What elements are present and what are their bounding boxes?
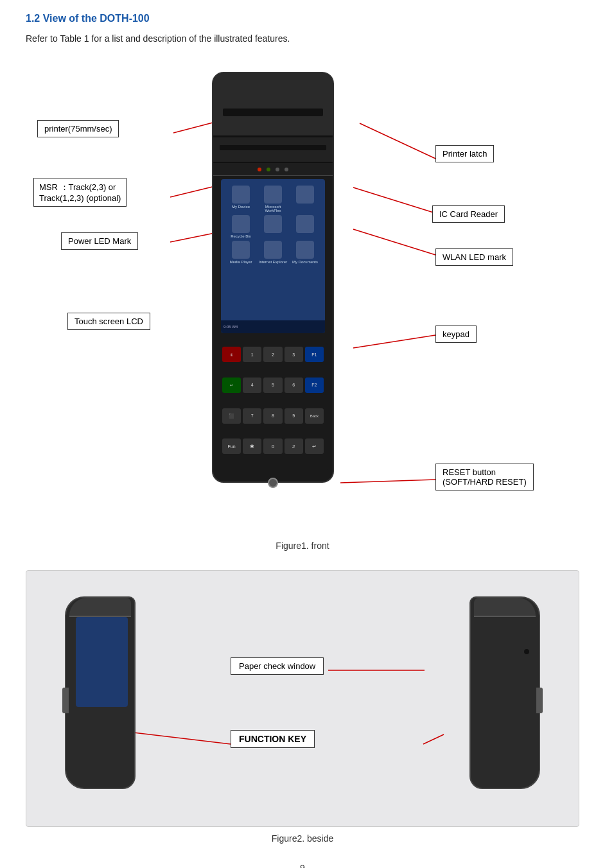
- key-hash[interactable]: #: [285, 438, 303, 454]
- device-front-view: My Device Microsoft WorkFlex Recycle Bin: [212, 72, 334, 483]
- key-2[interactable]: 2: [263, 347, 282, 362]
- key-call[interactable]: ↩: [222, 378, 241, 393]
- key-5[interactable]: 5: [263, 378, 282, 393]
- figure1-caption: Figure1. front: [26, 541, 579, 551]
- key-8[interactable]: 8: [263, 408, 282, 424]
- screen-icon-label-workflex: Microsoft WorkFlex: [258, 205, 288, 213]
- right-side-button: [536, 688, 543, 713]
- screen-icon-box-6: [296, 215, 314, 233]
- key-4[interactable]: 4: [243, 378, 261, 393]
- svg-line-11: [423, 734, 444, 744]
- screen-icon-box-3: [296, 186, 314, 204]
- screen-taskbar: 9:05 AM: [221, 320, 325, 333]
- printer-label: printer(75mm/sec): [37, 120, 119, 137]
- power-led-label: Power LED Mark: [61, 232, 138, 250]
- led-red: [258, 168, 261, 171]
- figure2-container: Paper check window FUNCTION KEY: [26, 570, 579, 827]
- screen-icon-box-5: [264, 215, 282, 233]
- paper-check-label: Paper check window: [231, 657, 324, 675]
- screen-icons-grid: My Device Microsoft WorkFlex Recycle Bin: [221, 179, 325, 270]
- screen-icon-box-workflex: [264, 186, 282, 204]
- screen-icon-workflex: Microsoft WorkFlex: [258, 186, 288, 213]
- svg-line-5: [353, 229, 435, 255]
- page-title: 1.2 View of the DOTH-100: [26, 13, 579, 24]
- key-enter[interactable]: ↵: [305, 438, 324, 454]
- screen-icon-box-ie: [264, 241, 282, 259]
- key-7[interactable]: 7: [243, 408, 261, 424]
- screen-icon-box-media: [232, 241, 250, 259]
- screen-icon-media: Media Player: [226, 241, 256, 264]
- screen-icon-6: [290, 215, 320, 238]
- key-star[interactable]: ✱: [243, 438, 261, 454]
- key-fun[interactable]: Fun: [222, 438, 241, 454]
- svg-line-7: [353, 335, 435, 348]
- left-side-button: [62, 688, 69, 713]
- msr-slot: [220, 145, 326, 150]
- screen-icon-5: [258, 215, 288, 238]
- svg-line-1: [360, 123, 435, 159]
- reset-bump: [268, 478, 278, 488]
- screen-icon-label-mydevice: My Device: [232, 205, 250, 209]
- right-device-hole: [524, 649, 529, 654]
- msr-area: [213, 137, 333, 163]
- msr-label: MSR ：Track(2,3) or Track(1,2,3) (optiona…: [33, 178, 127, 207]
- screen-icon-label-recycle: Recycle Bin: [231, 234, 251, 238]
- device-side-left: [65, 596, 136, 789]
- printer-slot: [223, 108, 323, 116]
- figure1-container: printer(75mm/sec) Printer latch MSR ：Tra…: [26, 59, 579, 534]
- svg-line-3: [353, 187, 435, 213]
- key-f2[interactable]: F2: [305, 378, 324, 393]
- ic-card-reader-label: IC Card Reader: [432, 205, 505, 223]
- key-special[interactable]: ⬛: [222, 408, 241, 424]
- svg-line-8: [340, 480, 435, 483]
- touch-screen-label: Touch screen LCD: [67, 313, 150, 330]
- bottom-bar: 9 DOTH-100 User Reference: [26, 863, 579, 868]
- figure2-caption: Figure2. beside: [26, 833, 579, 844]
- led-gray: [276, 168, 279, 171]
- screen-icon-label-ie: Internet Explorer: [259, 260, 287, 264]
- key-9[interactable]: 9: [285, 408, 303, 424]
- svg-line-10: [123, 731, 231, 744]
- screen-icon-3: [290, 186, 320, 213]
- key-f1[interactable]: F1: [305, 347, 324, 362]
- led-row: [213, 163, 333, 176]
- screen-icon-mydocs: My Documents: [290, 241, 320, 264]
- device-screen: My Device Microsoft WorkFlex Recycle Bin: [221, 179, 325, 333]
- screen-icon-box-mydevice: [232, 186, 250, 204]
- key-back[interactable]: Back: [305, 408, 324, 424]
- screen-taskbar-time: 9:05 AM: [224, 325, 238, 329]
- intro-text: Refer to Table 1 for a list and descript…: [26, 33, 579, 44]
- device-printer-top: [213, 73, 333, 137]
- screen-icon-box-recycle: [232, 215, 250, 233]
- key-6[interactable]: 6: [285, 378, 303, 393]
- keypad-label: keypad: [435, 326, 477, 343]
- device-side-right: [469, 596, 540, 789]
- screen-icon-label-media: Media Player: [229, 260, 252, 264]
- screen-icon-box-mydocs: [296, 241, 314, 259]
- page-number: 9: [26, 863, 579, 868]
- screen-icon-label-mydocs: My Documents: [292, 260, 318, 264]
- key-power[interactable]: ①: [222, 347, 241, 362]
- key-1[interactable]: 1: [243, 347, 261, 362]
- printer-latch-label: Printer latch: [435, 145, 494, 162]
- key-3[interactable]: 3: [285, 347, 303, 362]
- device-keypad: ① 1 2 3 F1 ↩ 4 5 6 F2 ⬛ 7 8 9 Back Fun ✱…: [218, 343, 328, 471]
- function-key-label: FUNCTION KEY: [231, 730, 315, 748]
- screen-icon-ie: Internet Explorer: [258, 241, 288, 264]
- wlan-led-label: WLAN LED mark: [435, 248, 513, 266]
- key-0[interactable]: 0: [263, 438, 282, 454]
- screen-icon-recycle: Recycle Bin: [226, 215, 256, 238]
- led-green: [267, 168, 270, 171]
- reset-button-label: RESET button (SOFT/HARD RESET): [435, 464, 534, 490]
- led-gray2: [285, 168, 288, 171]
- left-device-screen: [76, 617, 128, 707]
- screen-icon-mydevice: My Device: [226, 186, 256, 213]
